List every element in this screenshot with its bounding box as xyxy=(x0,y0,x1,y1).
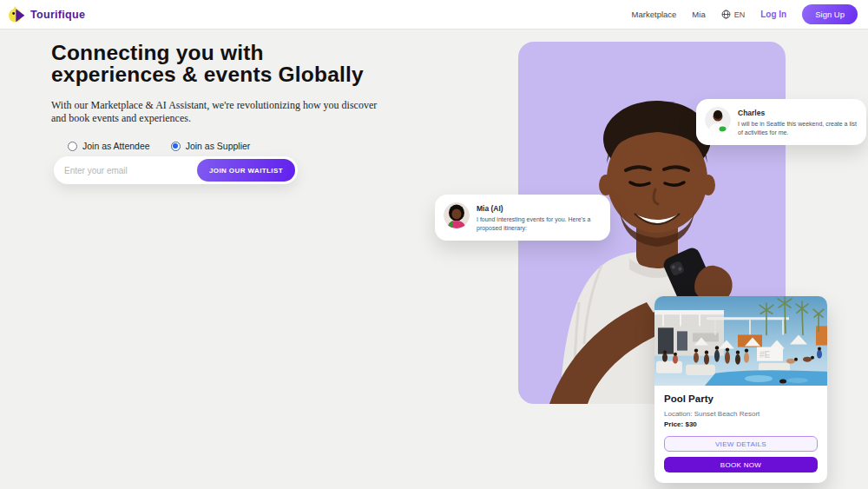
chat-bubble-mia: Mia (AI) I found interesting events for … xyxy=(435,195,610,241)
language-label: EN xyxy=(734,10,746,19)
hero-title-line1: Connecting you with xyxy=(51,42,416,63)
view-details-button[interactable]: VIEW DETAILS xyxy=(664,436,818,452)
hero-title: Connecting you with experiences & events… xyxy=(51,42,416,85)
top-navbar: Tourifique Marketplace Mia EN Log In Sig… xyxy=(0,0,868,30)
brand-logo[interactable]: Tourifique xyxy=(9,6,85,23)
signup-button[interactable]: Sign Up xyxy=(802,4,858,24)
event-title: Pool Party xyxy=(664,393,818,404)
mia-message: I found interesting events for you. Here… xyxy=(477,215,602,233)
role-radio-group: Join as Attendee Join as Supplier xyxy=(68,141,250,151)
charles-message: I will be in Seattle this weekend, creat… xyxy=(738,120,858,137)
mia-name: Mia (AI) xyxy=(477,204,602,213)
hero-title-line2: experiences & events Globally xyxy=(51,63,416,85)
nav-item-marketplace[interactable]: Marketplace xyxy=(632,10,677,19)
book-now-button[interactable]: BOOK NOW xyxy=(664,457,818,472)
globe-icon xyxy=(721,10,731,19)
event-price: Price: $30 xyxy=(664,420,818,428)
charles-name: Charles xyxy=(738,109,858,117)
radio-label-attendee: Join as Attendee xyxy=(82,141,150,151)
waitlist-form: JOIN OUR WAITLIST xyxy=(54,156,298,184)
svg-text:#E: #E xyxy=(760,350,771,360)
tourifique-bird-icon xyxy=(9,6,26,23)
radio-label-supplier: Join as Supplier xyxy=(186,141,251,151)
radio-join-attendee[interactable]: Join as Attendee xyxy=(68,141,150,151)
radio-circle-attendee[interactable] xyxy=(68,142,77,151)
chat-bubble-charles: Charles I will be in Seattle this weeken… xyxy=(696,99,866,145)
mia-avatar xyxy=(444,202,470,228)
hero-subtitle: With our Marketplace & AI Assistant, we'… xyxy=(51,99,388,125)
radio-join-supplier[interactable]: Join as Supplier xyxy=(171,141,251,151)
brand-name: Tourifique xyxy=(30,9,85,21)
join-waitlist-button[interactable]: JOIN OUR WAITLIST xyxy=(197,159,295,182)
language-selector[interactable]: EN xyxy=(721,10,746,19)
pool-party-photo: #E xyxy=(654,296,827,386)
event-card-pool-party: #E Pool Party Location: Sunset Beach Res… xyxy=(654,296,827,483)
radio-circle-supplier[interactable] xyxy=(171,142,181,151)
charles-avatar xyxy=(705,107,731,133)
event-location: Location: Sunset Beach Resort xyxy=(664,410,818,418)
email-input[interactable] xyxy=(64,166,197,175)
nav-item-mia[interactable]: Mia xyxy=(692,10,705,19)
login-link[interactable]: Log In xyxy=(760,10,786,19)
